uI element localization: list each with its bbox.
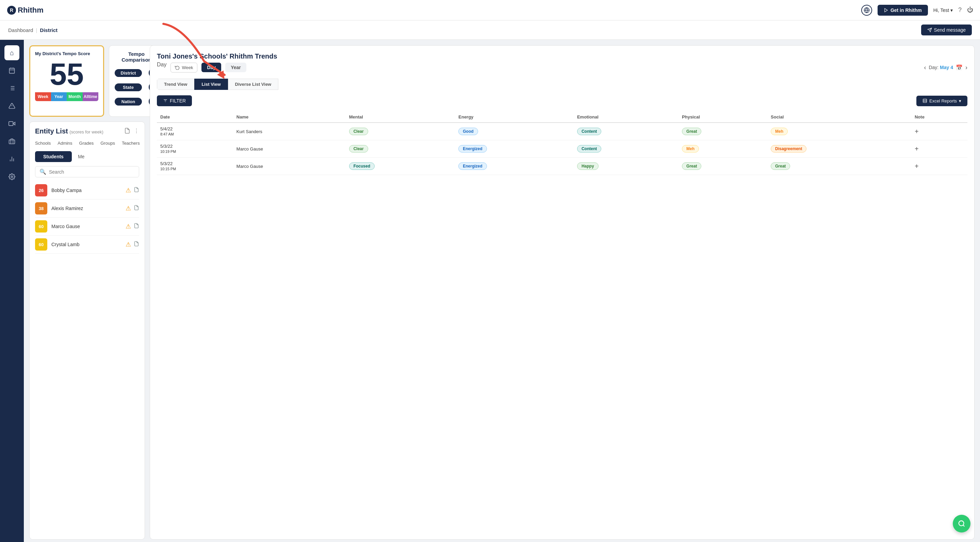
students-button[interactable]: Students <box>35 151 72 162</box>
nav-right: Get in Rhithm Hi, Test ▾ ? ⏻ <box>861 5 973 16</box>
tempo-tab-month[interactable]: Month <box>67 92 83 101</box>
help-button[interactable]: ? <box>958 6 962 14</box>
sidebar-item-calendar[interactable] <box>5 63 19 78</box>
entity-name: Crystal Lamb <box>51 242 121 247</box>
tempo-tab-alltime[interactable]: Alltime <box>83 92 99 101</box>
logo-icon: R <box>7 5 16 15</box>
entity-list-title: Entity List <box>35 128 68 135</box>
left-column: My District's Tempo Score 55 Week Year M… <box>29 45 145 540</box>
entity-name: Marco Gause <box>51 224 121 229</box>
content-area: My District's Tempo Score 55 Week Year M… <box>24 40 980 542</box>
sidebar-item-list[interactable] <box>5 81 19 96</box>
doc-icon[interactable] <box>134 187 139 194</box>
tempo-tab-year[interactable]: Year <box>51 92 67 101</box>
entity-list-card: Entity List (scores for week) ⋮ Schools <box>29 121 145 540</box>
filter-button[interactable]: FILTER <box>157 95 192 106</box>
svg-marker-19 <box>13 122 15 125</box>
entity-list-header: Entity List (scores for week) ⋮ <box>35 128 139 135</box>
date-nav: ‹ Day: May 4 📅 › <box>924 64 967 71</box>
period-year-button[interactable]: Year <box>225 63 247 72</box>
doc-icon[interactable] <box>134 223 139 230</box>
diverse-list-view-button[interactable]: Diverse List View <box>228 79 279 90</box>
cell-name: Kurt Sanders <box>233 123 346 140</box>
breadcrumb-district: District <box>40 27 57 33</box>
tempo-tabs: Week Year Month Alltime <box>35 92 98 101</box>
fab-search[interactable] <box>953 515 970 532</box>
sidebar-item-briefcase[interactable] <box>5 134 19 149</box>
list-view-button[interactable]: List View <box>194 79 228 90</box>
cell-physical: Great <box>679 158 767 175</box>
sidebar-item-settings[interactable] <box>5 169 19 184</box>
cell-date: 5/3/2210:15 PM <box>157 158 233 175</box>
doc-icon[interactable] <box>134 241 139 248</box>
trend-view-button[interactable]: Trend View <box>157 79 194 90</box>
fab-search-icon <box>958 520 966 528</box>
score-badge: 60 <box>35 220 47 233</box>
get-in-rhithm-button[interactable]: Get in Rhithm <box>878 5 928 16</box>
comp-label-district: District <box>115 69 142 77</box>
action-bar: FILTER Excel Reports ▾ <box>157 95 967 106</box>
sidebar-item-video[interactable] <box>5 116 19 131</box>
entity-tab-admins[interactable]: Admins <box>57 139 72 147</box>
entity-tab-groups[interactable]: Groups <box>100 139 115 147</box>
entity-tabs: Schools Admins Grades Groups Teachers <box>35 139 139 147</box>
sidebar-item-chart[interactable] <box>5 151 19 166</box>
me-button[interactable]: Me <box>75 151 87 162</box>
entity-actions: ⚠ <box>126 205 139 212</box>
entity-name: Bobby Campa <box>51 188 121 193</box>
svg-line-34 <box>963 525 964 526</box>
entity-tab-grades[interactable]: Grades <box>79 139 94 147</box>
col-physical: Physical <box>679 112 767 123</box>
svg-text:R: R <box>10 8 13 13</box>
entity-name: Alexis Ramirez <box>51 206 121 211</box>
warning-icon: ⚠ <box>126 205 131 212</box>
cell-physical: Meh <box>679 140 767 158</box>
entity-list-more-icon[interactable]: ⋮ <box>134 128 139 135</box>
table-row: 5/3/2210:19 PM Marco Gause Clear Energiz… <box>157 140 967 158</box>
entity-actions: ⚠ <box>126 187 139 194</box>
view-controls: Day Week Day Year ‹ Day: May 4 📅 › <box>157 62 967 73</box>
tempo-tab-week[interactable]: Week <box>35 92 51 101</box>
main-two-col: My District's Tempo Score 55 Week Year M… <box>29 45 975 540</box>
breadcrumb: Dashboard | District <box>8 27 57 33</box>
date-next-button[interactable]: › <box>966 64 967 71</box>
svg-rect-29 <box>923 99 927 103</box>
add-note-button[interactable]: + <box>915 128 919 136</box>
entity-tab-teachers[interactable]: Teachers <box>122 139 140 147</box>
col-social: Social <box>767 112 911 123</box>
entity-list-doc-icon[interactable] <box>124 128 130 135</box>
score-badge: 26 <box>35 184 47 196</box>
warning-icon: ⚠ <box>126 187 131 194</box>
doc-icon[interactable] <box>134 205 139 212</box>
globe-icon[interactable] <box>861 5 872 16</box>
reset-button[interactable]: Week <box>170 63 197 73</box>
period-day-button[interactable]: Day <box>202 63 221 72</box>
user-greeting[interactable]: Hi, Test ▾ <box>933 8 953 13</box>
date-prev-button[interactable]: ‹ <box>924 64 926 71</box>
refresh-icon <box>175 65 180 70</box>
cell-date: 5/4/228:47 AM <box>157 123 233 140</box>
calendar-icon[interactable]: 📅 <box>956 64 963 71</box>
power-button[interactable]: ⏻ <box>967 6 973 14</box>
table-row: 5/3/2210:15 PM Marco Gause Focused Energ… <box>157 158 967 175</box>
excel-reports-button[interactable]: Excel Reports ▾ <box>916 96 967 106</box>
table-row: 5/4/228:47 AM Kurt Sanders Clear Good Co… <box>157 123 967 140</box>
svg-marker-4 <box>885 8 888 12</box>
main-layout: ⌂ <box>0 40 980 542</box>
entity-tab-schools[interactable]: Schools <box>35 139 51 147</box>
list-item: 60 Crystal Lamb ⚠ <box>35 236 139 253</box>
logo-text: Rhithm <box>18 6 43 14</box>
cell-emotional: Happy <box>574 158 679 175</box>
add-note-button[interactable]: + <box>915 163 919 170</box>
entity-list-subtitle: (scores for week) <box>69 129 103 134</box>
entity-actions: ⚠ <box>126 223 139 230</box>
add-note-button[interactable]: + <box>915 145 919 153</box>
sidebar-item-home[interactable]: ⌂ <box>5 45 19 60</box>
warning-icon: ⚠ <box>126 241 131 248</box>
send-message-button[interactable]: Send message <box>921 24 972 35</box>
cell-mental: Focused <box>346 158 455 175</box>
sidebar-item-alerts[interactable] <box>5 99 19 113</box>
search-input[interactable] <box>49 169 135 175</box>
cell-mental: Clear <box>346 140 455 158</box>
entity-list-title-area: Entity List (scores for week) <box>35 128 103 135</box>
